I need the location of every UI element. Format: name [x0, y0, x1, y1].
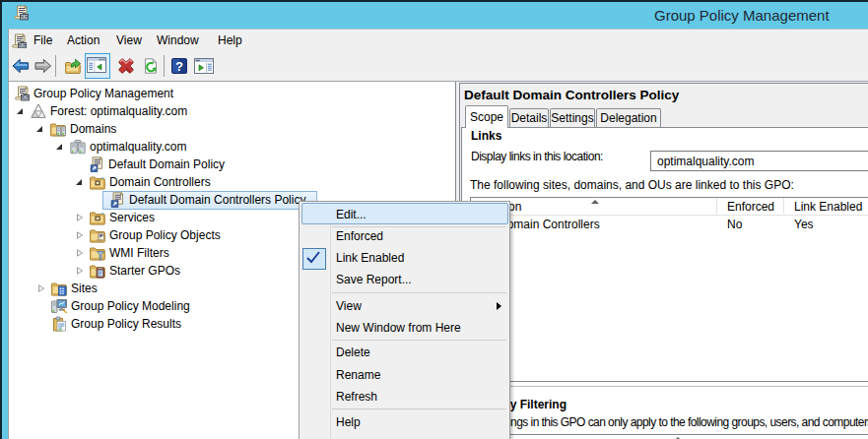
- svg-text:?: ?: [175, 59, 183, 74]
